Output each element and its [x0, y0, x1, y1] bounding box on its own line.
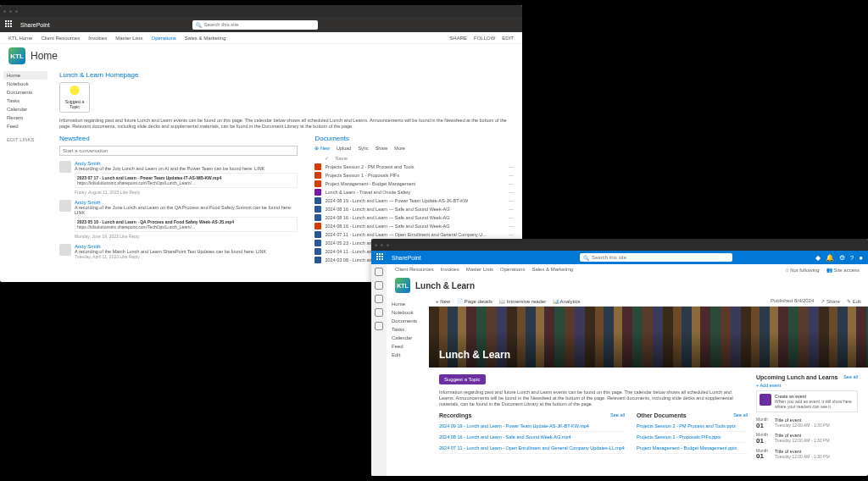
nav-home[interactable]: Home: [3, 71, 47, 80]
more-icon[interactable]: ⋯: [509, 232, 514, 237]
share-link[interactable]: SHARE: [449, 36, 467, 41]
suggest-topic-tile[interactable]: Suggest a Topic: [59, 82, 90, 113]
crumb[interactable]: Master Lists: [466, 267, 493, 272]
post-meta[interactable]: Friday, August 11, 2023 Like Reply: [75, 190, 298, 195]
more-icon[interactable]: ⋯: [509, 173, 514, 178]
file-link[interactable]: Project Management - Budget Management.p…: [637, 443, 748, 454]
nav-feed[interactable]: Feed: [3, 122, 47, 130]
nav-item[interactable]: Invoices: [88, 36, 107, 41]
more-icon[interactable]: ⋯: [509, 215, 514, 220]
see-all-link[interactable]: See all: [610, 412, 625, 418]
add-event-link[interactable]: + Add event: [756, 383, 858, 388]
rail-more-icon[interactable]: [375, 322, 383, 330]
file-link[interactable]: 2024 09 19 - Lunch and Learn - Power Tea…: [439, 421, 625, 432]
follow-toggle[interactable]: ☆ Not following: [785, 267, 820, 273]
post-meta[interactable]: Tuesday, April 11, 2023 Like Reply: [75, 254, 298, 259]
help-icon[interactable]: ?: [850, 254, 854, 262]
site-logo[interactable]: KTL: [8, 47, 25, 64]
more-button[interactable]: More: [394, 146, 405, 151]
rail-create-icon[interactable]: [375, 308, 383, 317]
suggest-topic-button[interactable]: Suggest a Topic: [439, 374, 486, 384]
premium-icon[interactable]: ◆: [815, 254, 821, 262]
sync-button[interactable]: Sync: [358, 146, 368, 151]
rail-files-icon[interactable]: [375, 295, 383, 303]
nav-calendar[interactable]: Calendar: [392, 334, 424, 342]
document-row[interactable]: Lunch & Learn - Travel and Onsite Safety…: [314, 188, 514, 196]
nav-tasks[interactable]: Tasks: [392, 325, 424, 334]
nav-feed[interactable]: Feed: [392, 342, 424, 351]
create-event-card[interactable]: Create an event When you add an event, i…: [756, 390, 858, 412]
more-icon[interactable]: ⋯: [509, 190, 514, 195]
rail-home-icon[interactable]: [375, 268, 383, 276]
document-row[interactable]: Projects Session 2 - PM Process and Tool…: [314, 163, 514, 171]
event-item[interactable]: Month01 Title of eventTuesday 12:00 AM -…: [756, 431, 858, 446]
avatar-icon[interactable]: ●: [859, 254, 863, 262]
share-button[interactable]: Share: [376, 146, 388, 151]
crumb[interactable]: Client Resources: [395, 267, 434, 272]
nav-item[interactable]: Master Lists: [115, 36, 142, 41]
upload-button[interactable]: Upload: [337, 146, 351, 151]
nav-notebook[interactable]: Notebook: [392, 308, 424, 317]
document-row[interactable]: 2024 08 19 - Lunch and Learn — Power Tea…: [314, 196, 514, 205]
nav-item[interactable]: Sales & Marketing: [185, 36, 226, 41]
more-icon[interactable]: ⋯: [509, 198, 514, 203]
nav-edit[interactable]: Edit: [392, 351, 424, 359]
immersive-reader-button[interactable]: 📖 Immersive reader: [499, 298, 546, 304]
more-icon[interactable]: ⋯: [509, 181, 514, 186]
edit-links[interactable]: EDIT LINKS: [3, 135, 47, 144]
window-new-sharepoint: SharePoint 🔍 Search this site ◆ 🔔 ⚙ ? ● …: [371, 239, 868, 476]
edit-button[interactable]: ✎ Edit: [847, 298, 861, 304]
file-link[interactable]: Projects Session 2 - PM Process and Tool…: [637, 421, 748, 432]
nav-item-active[interactable]: Operations: [152, 36, 176, 41]
nav-tasks[interactable]: Tasks: [3, 97, 47, 105]
crumb[interactable]: Sales & Marketing: [531, 267, 573, 272]
settings-icon[interactable]: ⚙: [839, 254, 845, 262]
site-access[interactable]: 👥 Site access: [826, 267, 860, 273]
more-icon[interactable]: ⋯: [509, 224, 514, 229]
rail-sites-icon[interactable]: [375, 281, 383, 290]
search-input[interactable]: 🔍 Search this site: [192, 20, 318, 30]
app-launcher-icon[interactable]: [5, 20, 14, 29]
edit-link[interactable]: EDIT: [502, 36, 514, 41]
more-icon[interactable]: ⋯: [509, 164, 514, 169]
post-meta[interactable]: Monday, June 19, 2023 Like Reply: [75, 234, 298, 239]
crumb[interactable]: Invoices: [441, 267, 459, 272]
nav-home[interactable]: Home: [392, 300, 424, 308]
recordings-section: Recordings See all 2024 09 19 - Lunch an…: [439, 412, 625, 454]
document-row[interactable]: Projects Session 1 - Proposals PIFs⋯: [314, 171, 514, 180]
document-row[interactable]: Project Management - Budget Management⋯: [314, 180, 514, 188]
see-all-link[interactable]: See all: [733, 412, 748, 418]
nav-item[interactable]: Client Resources: [41, 36, 80, 41]
follow-link[interactable]: FOLLOW: [474, 36, 495, 41]
see-all-link[interactable]: See all: [843, 374, 858, 380]
post-attachment[interactable]: 2023 07 17 - Lunch and Learn - Power Tea…: [75, 173, 298, 188]
document-row[interactable]: 2024 08 16 - Lunch and Learn — Safe and …: [314, 222, 514, 230]
page-details-button[interactable]: 📄 Page details: [457, 298, 492, 304]
file-link[interactable]: 2024 07 11 - Lunch and Learn - Open Enro…: [439, 443, 625, 454]
new-button[interactable]: + New: [436, 299, 450, 304]
nav-recent[interactable]: Recent: [3, 113, 47, 122]
crumb[interactable]: Operations: [500, 267, 525, 272]
file-link[interactable]: Projects Session 1 - Proposals PIFs.pptx: [637, 432, 748, 443]
document-row[interactable]: 2024 07 11 - Lunch and Learn — Open Enro…: [314, 230, 514, 239]
nav-documents[interactable]: Documents: [3, 88, 47, 97]
nav-notebook[interactable]: Notebook: [3, 80, 47, 88]
post-attachment[interactable]: 2023 05 10 - Lunch and Learn - QA Proces…: [75, 217, 298, 232]
new-button[interactable]: ⊕ New: [314, 146, 330, 151]
share-button[interactable]: ↗ Share: [821, 298, 840, 304]
more-icon[interactable]: ⋯: [509, 207, 514, 212]
nav-item[interactable]: KTL Home: [8, 36, 32, 41]
event-item[interactable]: Month01 Title of eventTuesday 12:00 AM -…: [756, 447, 858, 462]
document-row[interactable]: 2024 08 16 - Lunch and Learn — Safe and …: [314, 205, 514, 213]
nav-calendar[interactable]: Calendar: [3, 105, 47, 113]
newsfeed-input[interactable]: [59, 146, 298, 156]
notifications-icon[interactable]: 🔔: [826, 254, 834, 262]
analytics-button[interactable]: 📊 Analytics: [553, 298, 580, 304]
event-item[interactable]: Month01 Title of eventTuesday 12:00 AM -…: [756, 416, 858, 431]
file-link[interactable]: 2024 08 16 - Lunch and Learn - Safe and …: [439, 432, 625, 443]
app-launcher-icon[interactable]: [376, 253, 385, 262]
site-logo[interactable]: KTL: [395, 278, 410, 293]
nav-documents[interactable]: Documents: [392, 317, 424, 325]
search-input[interactable]: 🔍 Search this site: [580, 253, 732, 262]
document-row[interactable]: 2024 08 16 - Lunch and Learn — Safe and …: [314, 213, 514, 222]
